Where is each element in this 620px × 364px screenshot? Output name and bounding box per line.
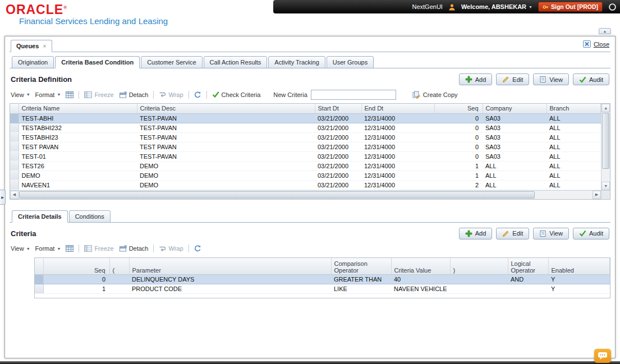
column-header-company[interactable]: Company bbox=[483, 104, 546, 113]
cell[interactable] bbox=[109, 275, 129, 284]
cell[interactable]: 12/31/4000 bbox=[361, 180, 434, 190]
scroll-up-button[interactable]: ▲ bbox=[601, 104, 610, 112]
cell[interactable]: ALL bbox=[483, 171, 546, 180]
cell[interactable]: ALL bbox=[483, 161, 546, 171]
horizontal-scrollbar[interactable]: ◀ ▶ bbox=[10, 190, 610, 199]
expand-left-pane-button[interactable]: ▶ bbox=[0, 190, 6, 205]
scroll-left-button[interactable]: ◀ bbox=[10, 191, 19, 199]
refresh-button[interactable] bbox=[194, 91, 201, 98]
cell[interactable]: TESTABHI23 bbox=[19, 132, 137, 142]
row-selector[interactable] bbox=[10, 180, 19, 190]
scrollbar-track[interactable] bbox=[601, 169, 610, 182]
cell[interactable]: TEST-ABHI bbox=[19, 113, 137, 123]
cell[interactable]: ALL bbox=[546, 151, 601, 161]
table-row[interactable]: NAVEEN1DEMO03/21/200012/31/40002ALLALL bbox=[10, 180, 601, 190]
cell[interactable]: TEST PAVAN bbox=[19, 142, 137, 151]
column-header-logical-operator[interactable]: Logical Operator bbox=[508, 258, 548, 275]
c-edit-button[interactable]: Edit bbox=[496, 228, 529, 239]
cell[interactable]: ALL bbox=[546, 132, 601, 142]
cell[interactable]: TEST-01 bbox=[19, 151, 137, 161]
freeze-button[interactable]: Freeze bbox=[84, 91, 113, 98]
table-row[interactable]: TEST-ABHITEST-PAVAN03/21/200012/31/40000… bbox=[10, 113, 601, 123]
cell[interactable]: ALL bbox=[546, 171, 601, 180]
queues-tab[interactable]: Queues × bbox=[11, 40, 52, 52]
cell[interactable]: ALL bbox=[546, 142, 601, 151]
sign-out-button[interactable]: Sign Out [PROD] bbox=[538, 2, 603, 12]
cell[interactable] bbox=[450, 275, 508, 284]
cell[interactable]: 03/21/2000 bbox=[315, 113, 361, 123]
cell[interactable]: DEMO bbox=[137, 171, 315, 180]
cell[interactable]: 1 bbox=[434, 161, 483, 171]
row-selector[interactable] bbox=[35, 284, 43, 294]
query-by-example-icon[interactable] bbox=[66, 245, 74, 252]
cell[interactable]: 12/31/4000 bbox=[361, 142, 434, 151]
cell[interactable]: 0 bbox=[43, 275, 109, 284]
column-header-parameter[interactable]: Parameter bbox=[129, 258, 331, 275]
cell[interactable]: 1 bbox=[434, 171, 483, 180]
cell[interactable]: TEST-PAVAN bbox=[137, 132, 315, 142]
table-row[interactable]: DEMODEMO03/21/200012/31/40001ALLALL bbox=[10, 171, 601, 180]
cell[interactable]: AND bbox=[508, 275, 548, 284]
tab-user-groups[interactable]: User Groups bbox=[327, 56, 374, 68]
query-by-example-icon[interactable] bbox=[66, 91, 74, 98]
vertical-scrollbar-thumb[interactable] bbox=[602, 113, 609, 169]
row-selector[interactable] bbox=[10, 142, 19, 151]
cell[interactable]: 03/21/2000 bbox=[315, 123, 361, 132]
cell[interactable]: NAVEEN1 bbox=[19, 180, 137, 190]
cell[interactable]: SA03 bbox=[483, 132, 546, 142]
format-menu[interactable]: Format▼ bbox=[35, 91, 61, 98]
cd-audit-button[interactable]: Audit bbox=[573, 73, 609, 85]
cell[interactable]: 03/21/2000 bbox=[315, 171, 361, 180]
column-header-criteria-name[interactable]: Criteria Name bbox=[19, 104, 137, 113]
tab-criteria-details[interactable]: Criteria Details bbox=[12, 210, 68, 223]
column-header-start-dt[interactable]: Start Dt bbox=[315, 104, 361, 113]
cell[interactable]: SA03 bbox=[483, 142, 546, 151]
cell[interactable] bbox=[508, 284, 548, 294]
view-menu[interactable]: View▼ bbox=[11, 245, 30, 252]
collapse-panel-button[interactable]: ▲ bbox=[599, 28, 611, 34]
cell[interactable]: 03/21/2000 bbox=[315, 180, 361, 190]
column-header-criteria-desc[interactable]: Criteria Desc bbox=[137, 104, 315, 113]
cell[interactable]: 12/31/4000 bbox=[361, 161, 434, 171]
scrollbar-track[interactable] bbox=[535, 191, 593, 199]
refresh-button[interactable] bbox=[194, 245, 201, 252]
cell[interactable] bbox=[109, 284, 129, 294]
user-menu[interactable]: Welcome, ABSHEKAR ▼ bbox=[461, 3, 532, 10]
cell[interactable]: PRODUCT CODE bbox=[129, 284, 331, 294]
cell[interactable]: ALL bbox=[546, 113, 601, 123]
row-selector[interactable] bbox=[10, 132, 19, 142]
c-view-button[interactable]: View bbox=[533, 228, 569, 239]
cell[interactable]: TEST PAVAN bbox=[137, 142, 315, 151]
search-icon[interactable] bbox=[608, 3, 617, 11]
column-header-criteria-value[interactable]: Criteria Value bbox=[391, 258, 450, 275]
cell[interactable]: 12/31/4000 bbox=[361, 132, 434, 142]
cell[interactable]: ALL bbox=[546, 123, 601, 132]
table-row[interactable]: 1PRODUCT CODELIKENAVEEN VEHICLEY bbox=[35, 284, 610, 294]
row-selector[interactable] bbox=[10, 113, 19, 123]
wrap-button[interactable]: Wrap bbox=[159, 91, 183, 98]
table-row[interactable]: TESTABHI23TEST-PAVAN03/21/200012/31/4000… bbox=[10, 132, 601, 142]
row-selector[interactable] bbox=[10, 151, 19, 161]
table-row[interactable]: TEST-01TEST-PAVAN03/21/200012/31/40000SA… bbox=[10, 151, 601, 161]
row-selector[interactable] bbox=[10, 171, 19, 180]
cell[interactable]: 03/21/2000 bbox=[315, 151, 361, 161]
cell[interactable]: Y bbox=[548, 284, 610, 294]
cell[interactable]: 2 bbox=[434, 180, 483, 190]
column-header-enabled[interactable]: Enabled bbox=[548, 258, 610, 275]
cell[interactable]: DEMO bbox=[137, 161, 315, 171]
cell[interactable]: DEMO bbox=[137, 180, 315, 190]
cell[interactable]: 1 bbox=[43, 284, 109, 294]
table-row[interactable]: 0DELINQUENCY DAYSGREATER THAN40ANDY bbox=[35, 275, 610, 284]
cell[interactable]: GREATER THAN bbox=[331, 275, 391, 284]
cell[interactable]: 12/31/4000 bbox=[361, 151, 434, 161]
cell[interactable]: 03/21/2000 bbox=[315, 132, 361, 142]
cell[interactable]: TEST-PAVAN bbox=[137, 113, 315, 123]
cell[interactable]: SA03 bbox=[483, 113, 546, 123]
format-menu[interactable]: Format▼ bbox=[35, 245, 61, 252]
tab-origination[interactable]: Origination bbox=[12, 56, 54, 68]
cell[interactable]: 12/31/4000 bbox=[361, 171, 434, 180]
wrap-button[interactable]: Wrap bbox=[159, 245, 183, 252]
detach-button[interactable]: Detach bbox=[119, 91, 149, 98]
column-header-end-dt[interactable]: End Dt bbox=[361, 104, 434, 113]
cell[interactable]: TEST-PAVAN bbox=[137, 151, 315, 161]
